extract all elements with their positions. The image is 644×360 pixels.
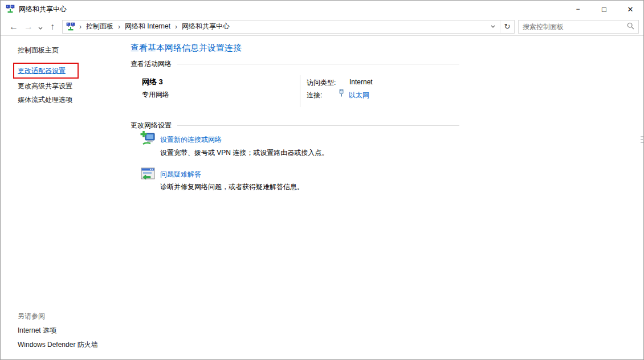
recent-pages-chevron-icon[interactable] <box>36 19 45 34</box>
close-button[interactable]: ✕ <box>617 1 643 18</box>
network-center-icon <box>6 5 15 14</box>
sidebar-item-internet-options[interactable]: Internet 选项 <box>18 326 56 336</box>
breadcrumb-network-sharing-center[interactable]: 网络和共享中心 <box>179 21 233 33</box>
sidebar: 控制面板主页 更改适配器设置 更改高级共享设置 媒体流式处理选项 另请参阅 In… <box>1 36 127 359</box>
troubleshoot-problems-description: 诊断并修复网络问题，或者获得疑难解答信息。 <box>160 182 304 192</box>
setup-new-connection-link[interactable]: 设置新的连接或网络 <box>160 135 222 145</box>
breadcrumb-control-panel[interactable]: 控制面板 <box>83 21 116 33</box>
navigation-toolbar: ← → ↑ › 控制面板 › 网络和 Intern <box>1 18 643 36</box>
window-body: 控制面板主页 更改适配器设置 更改高级共享设置 媒体流式处理选项 另请参阅 In… <box>1 36 643 359</box>
access-type-label: 访问类型: <box>307 78 336 88</box>
sidebar-item-change-adapter-settings[interactable]: 更改适配器设置 <box>18 66 66 76</box>
breadcrumb-network-internet[interactable]: 网络和 Internet <box>122 21 173 33</box>
address-bar[interactable]: › 控制面板 › 网络和 Internet › 网络和共享中心 ↻ <box>62 20 515 34</box>
window-title: 网络和共享中心 <box>19 5 67 14</box>
address-network-center-icon[interactable] <box>66 22 75 31</box>
back-button[interactable]: ← <box>6 19 21 34</box>
network-profile: 专用网络 <box>142 90 169 100</box>
breadcrumb-separator-icon: › <box>116 23 122 31</box>
new-connection-icon <box>140 130 156 148</box>
sidebar-item-change-advanced-sharing[interactable]: 更改高级共享设置 <box>18 81 72 91</box>
address-dropdown-chevron-icon[interactable] <box>486 21 500 33</box>
section-divider <box>177 125 459 126</box>
up-button[interactable]: ↑ <box>45 19 60 34</box>
setup-new-connection-description: 设置宽带、拨号或 VPN 连接；或设置路由器或接入点。 <box>160 148 328 158</box>
screen-edge-artifact <box>639 134 643 148</box>
main-content: 查看基本网络信息并设置连接 查看活动网络 网络 3 专用网络 访问类型: Int… <box>131 36 643 359</box>
maximize-button[interactable]: □ <box>591 1 617 18</box>
ethernet-icon <box>338 88 345 99</box>
change-settings-section-header: 更改网络设置 <box>131 121 459 130</box>
sidebar-item-windows-defender-firewall[interactable]: Windows Defender 防火墙 <box>18 340 98 350</box>
change-settings-label: 更改网络设置 <box>131 121 172 130</box>
breadcrumb-separator-icon: › <box>78 23 83 31</box>
sidebar-item-media-streaming-options[interactable]: 媒体流式处理选项 <box>18 95 72 105</box>
access-type-value: Internet <box>349 78 373 86</box>
refresh-button[interactable]: ↻ <box>500 21 514 33</box>
connections-label: 连接: <box>307 91 322 100</box>
title-bar: 网络和共享中心 − □ ✕ <box>1 1 643 18</box>
network-name: 网络 3 <box>142 77 163 87</box>
window-controls: − □ ✕ <box>565 1 643 18</box>
breadcrumb-separator-icon: › <box>173 23 179 31</box>
ethernet-connection-link[interactable]: 以太网 <box>349 91 369 100</box>
search-icon[interactable] <box>627 22 634 32</box>
active-networks-label: 查看活动网络 <box>131 59 172 69</box>
search-input[interactable] <box>523 23 625 31</box>
section-divider <box>177 64 459 64</box>
sidebar-item-control-panel-home[interactable]: 控制面板主页 <box>18 46 59 55</box>
network-column-divider <box>300 75 300 107</box>
troubleshoot-icon <box>141 167 156 183</box>
forward-button[interactable]: → <box>21 19 36 34</box>
minimize-button[interactable]: − <box>565 1 591 18</box>
search-box <box>518 20 639 34</box>
page-title: 查看基本网络信息并设置连接 <box>131 43 242 54</box>
see-also-header: 另请参阅 <box>18 312 45 321</box>
troubleshoot-problems-link[interactable]: 问题疑难解答 <box>160 170 201 179</box>
active-networks-section-header: 查看活动网络 <box>131 59 459 69</box>
network-sharing-center-window: 网络和共享中心 − □ ✕ ← → ↑ <box>0 0 644 360</box>
